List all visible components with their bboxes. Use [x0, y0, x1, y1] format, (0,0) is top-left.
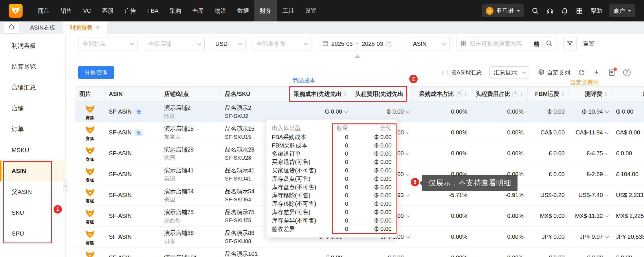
download-icon[interactable]: [593, 69, 600, 76]
home-button[interactable]: [4, 21, 19, 34]
expand-caret-icon[interactable]: [605, 172, 609, 176]
expand-caret-icon[interactable]: [344, 110, 348, 113]
currency-select[interactable]: USD: [211, 37, 246, 50]
checkbox-icon[interactable]: [442, 70, 448, 75]
nav-item-客服[interactable]: 客服: [97, 0, 119, 21]
column-header-图片[interactable]: 图片: [75, 87, 105, 101]
expand-caret-icon[interactable]: [605, 235, 609, 238]
sort-icon[interactable]: ▲▼: [604, 91, 608, 97]
table-row[interactable]: 赛狐SF-ASIN演示店铺101品名演示101SF-SKU101€ 0.00€ …: [75, 247, 644, 257]
account-menu[interactable]: 账户: [609, 4, 635, 17]
search-type-select[interactable]: ASIN: [409, 37, 450, 50]
column-header-FBM运费[interactable]: FBM运费▲▼: [528, 87, 569, 101]
help-link[interactable]: 帮助: [590, 7, 602, 15]
search-icon[interactable]: [531, 7, 539, 14]
sort-icon[interactable]: ▲▼: [520, 91, 523, 97]
allocation-manage-button[interactable]: 分摊管理: [78, 66, 114, 79]
site-select[interactable]: 全部站点: [78, 37, 137, 50]
support-headset-icon[interactable]: [546, 7, 554, 14]
app-logo[interactable]: [9, 4, 23, 18]
review-fee-cell[interactable]: MX$-11.32: [569, 206, 612, 226]
review-fee-cell[interactable]: £-2.69: [569, 164, 612, 185]
review-fee-cell[interactable]: US$-7.40: [569, 185, 612, 205]
nav-item-财务[interactable]: 财务: [254, 0, 277, 21]
sidebar-item-父ASIN[interactable]: 父ASIN: [0, 181, 65, 202]
review-fee-cell[interactable]: ₲-10.94: [569, 101, 612, 122]
expand-caret-icon[interactable]: [406, 256, 410, 257]
custom-fee-link[interactable]: 自定义费用: [570, 79, 599, 86]
asin-summary-checkbox[interactable]: 按ASIN汇总: [442, 69, 482, 76]
sidebar-item-MSKU[interactable]: MSKU: [0, 140, 65, 161]
review-fee-cell[interactable]: JP¥-9.97: [569, 227, 612, 247]
expand-caret-icon[interactable]: [605, 110, 609, 113]
search-box[interactable]: 双击可批量搜索内容 精: [456, 37, 557, 50]
column-header-店铺/站点[interactable]: 店铺/站点: [160, 87, 221, 101]
expand-caret-icon[interactable]: [406, 130, 410, 134]
column-header-店铺其他费[interactable]: 店铺其他费: [612, 87, 644, 101]
date-range-picker[interactable]: 2025-03 ~ 2025-03 ?: [318, 37, 402, 50]
tab-利润报表[interactable]: 利润报表×: [63, 21, 107, 34]
filter-collapse-arrow[interactable]: [355, 55, 360, 58]
nav-item-物流[interactable]: 物流: [209, 0, 232, 21]
column-header-ASIN[interactable]: ASIN: [105, 87, 160, 101]
expand-caret-icon[interactable]: [406, 172, 410, 176]
nav-item-采购[interactable]: 采购: [164, 0, 187, 21]
nav-item-工具[interactable]: 工具: [277, 0, 300, 21]
sidebar-item-店铺[interactable]: 店铺: [0, 98, 65, 119]
column-header-头程费用占比[interactable]: 头程费用占比?▲▼: [471, 87, 528, 101]
search-icon[interactable]: [546, 40, 553, 48]
expand-caret-icon[interactable]: [605, 214, 609, 218]
expand-caret-icon[interactable]: [406, 193, 410, 197]
report-icon[interactable]: [608, 69, 615, 76]
sidebar-item-SPU[interactable]: SPU: [0, 223, 65, 244]
sidebar-item-结算尽览[interactable]: 结算尽览: [0, 56, 65, 77]
nav-item-仓库[interactable]: 仓库: [187, 0, 209, 21]
sidebar-item-订单[interactable]: 订单: [0, 119, 65, 140]
sidebar-item-利润看板[interactable]: 利润看板: [0, 35, 65, 56]
sort-icon[interactable]: ▲▼: [464, 91, 467, 97]
nav-item-VC[interactable]: VC: [78, 0, 97, 21]
expand-caret-icon[interactable]: [605, 256, 609, 257]
purchase-cost-cell[interactable]: ₲ 0.00: [289, 101, 351, 122]
expand-caret-icon[interactable]: [605, 151, 609, 155]
nav-item-数据[interactable]: 数据: [232, 0, 254, 21]
summary-display-select[interactable]: 汇总展示: [489, 66, 530, 79]
sort-icon[interactable]: ▲▼: [405, 91, 408, 97]
first-leg-fee-cell[interactable]: € 0.00: [351, 247, 413, 257]
help-icon[interactable]: ?: [456, 91, 462, 97]
column-header-测评费[interactable]: 测评费▲▼: [569, 87, 612, 101]
expand-caret-icon[interactable]: [406, 235, 410, 238]
sidebar-item-店铺汇总[interactable]: 店铺汇总: [0, 77, 65, 98]
column-header-采购成本(先进先出)[interactable]: 采购成本(先进先出)▲▼: [289, 87, 351, 101]
review-fee-cell[interactable]: € 0.00: [569, 247, 612, 257]
sidebar-item-ASIN[interactable]: ASIN: [0, 161, 65, 181]
expand-caret-icon[interactable]: [605, 130, 609, 134]
nav-item-销售[interactable]: 销售: [55, 0, 78, 21]
marketplace-selector[interactable]: a 亚马逊: [482, 4, 524, 17]
nav-item-商品[interactable]: 商品: [32, 0, 55, 21]
sidebar-collapse-handle[interactable]: ‹: [63, 179, 68, 192]
advanced-filter-button[interactable]: [563, 37, 577, 50]
first-leg-fee-cell[interactable]: ₲ 0.00: [351, 101, 413, 122]
purchase-cost-cell[interactable]: € 0.00: [289, 247, 351, 257]
expand-caret-icon[interactable]: [406, 214, 410, 218]
sort-icon[interactable]: ▲▼: [561, 91, 564, 97]
nav-item-广告[interactable]: 广告: [119, 0, 142, 21]
nav-item-设置[interactable]: 设置: [300, 0, 322, 21]
close-icon[interactable]: ×: [96, 24, 100, 31]
expand-caret-icon[interactable]: [344, 256, 348, 257]
help-icon[interactable]: ?: [623, 69, 631, 76]
help-icon[interactable]: ?: [512, 91, 518, 97]
apps-grid-icon[interactable]: [576, 7, 583, 14]
date-help-icon[interactable]: ?: [386, 41, 392, 47]
salesman-select[interactable]: 全部业务员: [252, 37, 311, 50]
exact-match-toggle[interactable]: 精: [534, 40, 540, 48]
notifications-bell-icon[interactable]: [561, 7, 568, 14]
tab-ASIN看板[interactable]: ASIN看板: [23, 21, 63, 34]
refresh-icon[interactable]: [578, 69, 585, 76]
nav-item-FBA[interactable]: FBA: [142, 0, 164, 21]
search-placeholder[interactable]: 双击可批量搜索内容: [470, 40, 531, 48]
expand-caret-icon[interactable]: [406, 110, 410, 113]
sort-icon[interactable]: ▲▼: [344, 91, 347, 97]
expand-caret-icon[interactable]: [605, 193, 609, 197]
